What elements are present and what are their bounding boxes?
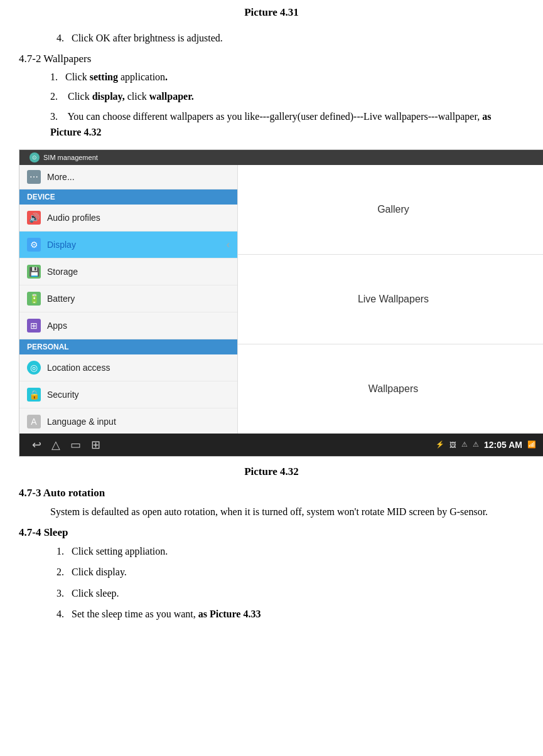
battery-label: Battery xyxy=(47,294,75,304)
section-472-heading: 4.7-2 Wallpapers xyxy=(19,53,524,65)
step-474-1: 1. Click setting appliation. xyxy=(56,543,524,560)
menu-item-storage[interactable]: 💾 Storage xyxy=(19,258,237,285)
audio-icon: 🔊 xyxy=(27,211,41,225)
menu-item-apps[interactable]: ⊞ Apps xyxy=(19,312,237,339)
device-section-divider: DEVICE xyxy=(19,189,237,205)
security-icon: 🔒 xyxy=(27,388,41,402)
audio-label: Audio profiles xyxy=(47,213,100,223)
language-icon: A xyxy=(27,415,41,429)
apps-label: Apps xyxy=(47,321,67,331)
option-gallery[interactable]: Gallery xyxy=(238,165,543,255)
menu-item-audio[interactable]: 🔊 Audio profiles xyxy=(19,205,237,232)
storage-label: Storage xyxy=(47,267,78,277)
step-num: 4. xyxy=(56,33,64,43)
back-icon[interactable]: ↩ xyxy=(32,438,41,452)
sim-icon: ⊙ xyxy=(30,152,40,162)
display-label: Display xyxy=(47,240,76,250)
option-live-wallpapers[interactable]: Live Wallpapers xyxy=(238,255,543,344)
menu-item-language[interactable]: A Language & input xyxy=(19,408,237,435)
step-472-2: 2. Click display, click wallpaper. xyxy=(50,88,524,105)
location-icon: ◎ xyxy=(27,361,41,375)
image-icon: 🖼 xyxy=(449,441,456,449)
section-474-heading: 4.7-4 Sleep xyxy=(19,526,524,539)
wallpaper-options-panel: Gallery Live Wallpapers Wallpapers xyxy=(238,165,543,434)
option-wallpapers[interactable]: Wallpapers xyxy=(238,344,543,434)
sim-label: SIM management xyxy=(43,154,98,161)
navbar-status: ⚡ 🖼 ⚠ ⚠ 12:05 AM 📶 xyxy=(436,440,536,450)
personal-section-divider: PERSONAL xyxy=(19,339,237,354)
screenshot-body: ⋯ More... DEVICE 🔊 Audio profiles ⚙ Disp… xyxy=(19,165,543,434)
recents-icon[interactable]: ▭ xyxy=(70,438,81,452)
alert-icon: ⚠ xyxy=(461,440,468,449)
apps-icon: ⊞ xyxy=(27,319,41,333)
caption-432: Picture 4.32 xyxy=(19,466,524,478)
step-474-2: 2. Click display. xyxy=(56,563,524,580)
battery-icon: 🔋 xyxy=(27,292,41,306)
menu-item-more[interactable]: ⋯ More... xyxy=(19,165,237,189)
time-display: 12:05 AM xyxy=(484,440,522,450)
home-icon[interactable]: △ xyxy=(51,438,60,452)
step-472-3: 3. You can choose different wallpapers a… xyxy=(50,109,524,141)
step-474-4: 4. Set the sleep time as you want, as Pi… xyxy=(56,605,524,622)
menu-item-security[interactable]: 🔒 Security xyxy=(19,381,237,408)
wallpapers-label: Wallpapers xyxy=(368,383,418,395)
menu-item-location[interactable]: ◎ Location access xyxy=(19,354,237,381)
intro-step-1: 4. Click OK after brightness is adjusted… xyxy=(56,30,524,46)
section-473-body: System is defaulted as open auto rotatio… xyxy=(50,503,524,520)
section-473-heading: 4.7-3 Auto rotation xyxy=(19,487,524,499)
step-472-1: 1. Click setting application. xyxy=(50,69,524,85)
language-label: Language & input xyxy=(47,417,116,427)
gallery-label: Gallery xyxy=(377,204,409,215)
alert-icon-2: ⚠ xyxy=(473,440,479,449)
display-icon: ⚙ xyxy=(27,238,41,252)
more-label: More... xyxy=(47,172,75,182)
screenshot-432: ⊙ SIM management ⋯ More... DEVICE 🔊 Audi… xyxy=(19,149,543,457)
android-navbar: ↩ △ ▭ ⊞ ⚡ 🖼 ⚠ ⚠ 12:05 AM 📶 xyxy=(19,434,543,456)
location-label: Location access xyxy=(47,363,110,373)
settings-left-panel: ⋯ More... DEVICE 🔊 Audio profiles ⚙ Disp… xyxy=(19,165,238,434)
storage-icon: 💾 xyxy=(27,265,41,279)
step-474-3: 3. Click sleep. xyxy=(56,585,524,602)
menu-item-display[interactable]: ⚙ Display ‹ xyxy=(19,232,237,258)
more-icon: ⋯ xyxy=(27,170,41,184)
menu-icon-nav[interactable]: ⊞ xyxy=(91,438,100,452)
security-label: Security xyxy=(47,390,79,400)
live-wallpapers-label: Live Wallpapers xyxy=(358,294,429,305)
display-chevron: ‹ xyxy=(227,239,230,250)
sim-management-bar: ⊙ SIM management xyxy=(24,150,103,165)
signal-icon: 📶 xyxy=(527,440,536,449)
usb-icon: ⚡ xyxy=(436,440,444,449)
menu-item-battery[interactable]: 🔋 Battery xyxy=(19,285,237,312)
page-title: Picture 4.31 xyxy=(19,6,524,19)
android-topbar: ⊙ SIM management xyxy=(19,150,543,165)
navbar-nav-icons: ↩ △ ▭ ⊞ xyxy=(32,438,100,452)
